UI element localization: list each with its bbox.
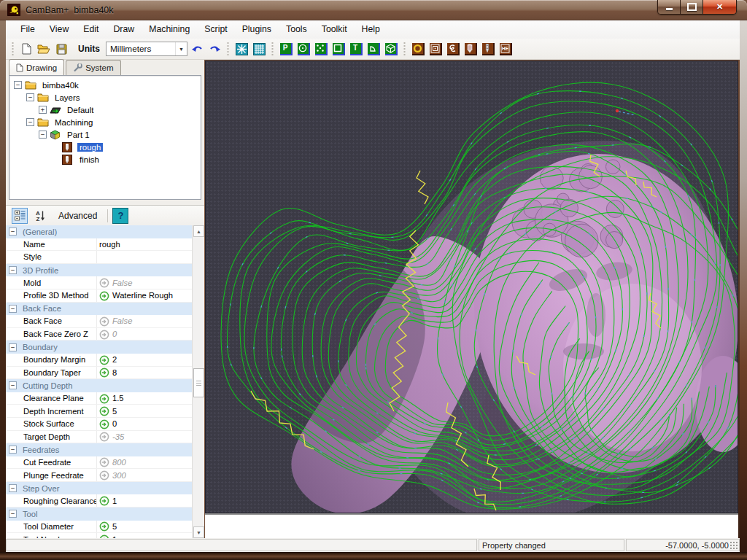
draw-circle-button[interactable] bbox=[296, 42, 311, 56]
draw-surface-button[interactable] bbox=[384, 42, 398, 56]
property-row-clearance-plane[interactable]: Clearance Plane1.5 bbox=[6, 392, 192, 405]
property-value[interactable]: 0 bbox=[96, 328, 192, 341]
tree-item-finish[interactable]: finish bbox=[9, 153, 201, 166]
help-button[interactable]: ? bbox=[112, 208, 128, 224]
property-category--general-[interactable]: −(General) bbox=[6, 225, 192, 238]
collapse-icon[interactable]: − bbox=[9, 484, 17, 492]
menu-file[interactable]: File bbox=[13, 20, 42, 39]
property-category-step-over[interactable]: −Step Over bbox=[6, 482, 192, 495]
property-row-stock-surface[interactable]: Stock Surface0 bbox=[6, 418, 192, 431]
property-row-tool-diameter[interactable]: Tool Diameter5 bbox=[6, 521, 192, 534]
toolbar-grip[interactable] bbox=[271, 42, 274, 56]
alphabetical-button[interactable]: A Z bbox=[32, 208, 48, 224]
property-value[interactable]: 8 bbox=[96, 367, 192, 379]
tab-drawing[interactable]: Drawing bbox=[9, 59, 64, 75]
collapse-icon[interactable]: − bbox=[9, 228, 17, 236]
resize-grip-icon[interactable] bbox=[730, 542, 738, 550]
tab-system[interactable]: System bbox=[66, 60, 120, 75]
units-combobox[interactable]: Millimeters ▼ bbox=[106, 42, 187, 56]
collapse-icon[interactable]: − bbox=[9, 446, 17, 454]
draw-text-button[interactable]: T bbox=[349, 42, 363, 56]
menu-script[interactable]: Script bbox=[197, 20, 234, 39]
property-value[interactable]: 1.5 bbox=[96, 392, 192, 405]
property-value[interactable]: 0 bbox=[96, 418, 192, 430]
property-category-feedrates[interactable]: −Feedrates bbox=[6, 443, 192, 456]
menu-draw[interactable]: Draw bbox=[106, 20, 142, 39]
property-row-target-depth[interactable]: Target Depth-35 bbox=[6, 431, 192, 444]
drill-op-button[interactable] bbox=[463, 42, 478, 56]
open-file-button[interactable] bbox=[36, 42, 51, 56]
draw-points-button[interactable] bbox=[314, 42, 328, 56]
collapse-icon[interactable]: − bbox=[39, 131, 47, 139]
draw-rectangle-button[interactable] bbox=[331, 42, 346, 56]
menu-help[interactable]: Help bbox=[355, 20, 387, 39]
collapse-icon[interactable]: − bbox=[9, 510, 17, 518]
new-file-button[interactable] bbox=[19, 42, 34, 56]
close-button[interactable]: ✕ bbox=[703, 0, 736, 14]
property-row-plunge-feedrate[interactable]: Plunge Feedrate300 bbox=[6, 469, 192, 482]
property-grid-scrollbar[interactable]: ▲ ▼ bbox=[192, 225, 204, 538]
scroll-up-button[interactable]: ▲ bbox=[193, 225, 204, 237]
tree-item-layers[interactable]: −Layers bbox=[9, 91, 201, 104]
property-category-tool[interactable]: −Tool bbox=[6, 508, 192, 521]
property-value[interactable]: Waterline Rough bbox=[96, 289, 192, 302]
collapse-icon[interactable]: − bbox=[14, 81, 22, 89]
property-row-roughing-clearance[interactable]: Roughing Clearance1 bbox=[6, 494, 192, 508]
collapse-icon[interactable]: − bbox=[9, 343, 17, 351]
property-row-boundary-taper[interactable]: Boundary Taper8 bbox=[6, 367, 192, 380]
property-row-name[interactable]: Namerough bbox=[6, 238, 192, 252]
pocket-op-button[interactable] bbox=[428, 42, 443, 56]
menu-view[interactable]: View bbox=[42, 20, 76, 39]
property-value[interactable]: 1 bbox=[96, 533, 192, 538]
property-row-boundary-margin[interactable]: Boundary Margin2 bbox=[6, 354, 192, 367]
tree-item-bimba40k[interactable]: −bimba40k bbox=[9, 79, 201, 91]
property-row-profile-3d-method[interactable]: Profile 3D MethodWaterline Rough bbox=[6, 289, 192, 303]
toolbar-grip[interactable] bbox=[226, 42, 230, 56]
toolbar-grip[interactable] bbox=[11, 42, 15, 56]
profile3d-op-button[interactable] bbox=[481, 42, 495, 56]
property-value[interactable]: rough bbox=[96, 238, 192, 251]
property-value[interactable]: 5 bbox=[96, 405, 192, 417]
property-value[interactable]: False bbox=[96, 276, 192, 289]
drawing-tree[interactable]: −bimba40k−Layers+Default−Machining−Part … bbox=[9, 75, 201, 200]
draw-polyline-button[interactable]: P bbox=[279, 42, 293, 56]
property-grid[interactable]: −(General)NameroughStyle−3D ProfileMoldF… bbox=[6, 225, 204, 538]
collapse-icon[interactable]: − bbox=[26, 118, 34, 126]
scrollbar-thumb[interactable] bbox=[193, 368, 204, 397]
property-value[interactable] bbox=[96, 251, 192, 263]
property-row-back-face[interactable]: Back FaceFalse bbox=[6, 315, 192, 328]
toggle-grid-button[interactable] bbox=[252, 42, 266, 56]
titlebar[interactable]: CamBam+ bimba40k ✕ bbox=[0, 0, 747, 20]
property-row-mold[interactable]: MoldFalse bbox=[6, 276, 192, 289]
tree-item-rough[interactable]: rough bbox=[9, 141, 201, 153]
collapse-icon[interactable]: − bbox=[26, 93, 34, 101]
menu-toolkit[interactable]: Toolkit bbox=[314, 20, 355, 39]
scroll-down-button[interactable]: ▼ bbox=[193, 526, 204, 538]
heightmap-op-button[interactable]: HE bbox=[498, 42, 513, 56]
engrave-op-button[interactable] bbox=[446, 42, 460, 56]
collapse-icon[interactable]: − bbox=[9, 266, 17, 274]
property-value[interactable]: 800 bbox=[96, 456, 192, 469]
property-value[interactable]: -35 bbox=[96, 431, 192, 443]
menu-plugins[interactable]: Plugins bbox=[235, 20, 279, 39]
menu-tools[interactable]: Tools bbox=[279, 20, 314, 39]
property-value[interactable]: 2 bbox=[96, 354, 192, 366]
advanced-button[interactable]: Advanced bbox=[53, 211, 103, 221]
expand-icon[interactable]: + bbox=[39, 106, 47, 114]
property-category-cutting-depth[interactable]: −Cutting Depth bbox=[6, 379, 192, 392]
tree-item-default[interactable]: +Default bbox=[9, 104, 201, 116]
viewport-3d[interactable] bbox=[205, 61, 738, 513]
menu-edit[interactable]: Edit bbox=[76, 20, 106, 39]
snap-points-button[interactable] bbox=[234, 42, 249, 56]
tree-item-part1[interactable]: −Part 1 bbox=[9, 128, 201, 141]
property-category-boundary[interactable]: −Boundary bbox=[6, 341, 192, 354]
property-value[interactable]: 1 bbox=[96, 494, 192, 507]
property-row-tool-number[interactable]: Tool Number1 bbox=[6, 533, 192, 538]
property-category-back-face[interactable]: −Back Face bbox=[6, 303, 192, 316]
property-row-depth-increment[interactable]: Depth Increment5 bbox=[6, 405, 192, 418]
draw-arc-button[interactable] bbox=[366, 42, 381, 56]
tree-item-machining[interactable]: −Machining bbox=[9, 116, 201, 128]
undo-button[interactable] bbox=[190, 42, 204, 56]
property-value[interactable]: False bbox=[96, 315, 192, 327]
redo-button[interactable] bbox=[207, 42, 222, 56]
